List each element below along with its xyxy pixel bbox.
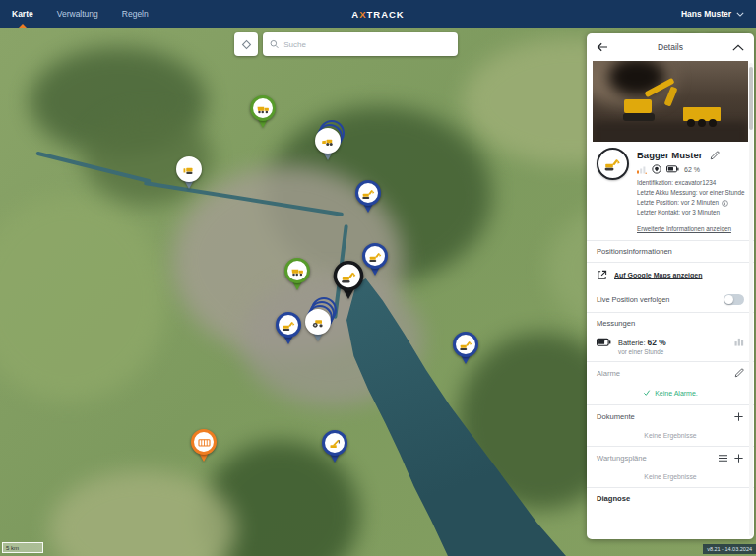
asset-photo xyxy=(593,61,748,142)
battery-icon xyxy=(666,165,679,173)
pin-circle xyxy=(284,258,310,283)
pin-circle xyxy=(355,180,381,206)
panel-header: Details xyxy=(587,33,754,61)
search-icon xyxy=(270,39,279,49)
add-document-button[interactable] xyxy=(733,411,744,422)
plus-icon xyxy=(733,453,744,463)
map-pin-excavator[interactable] xyxy=(355,180,381,213)
collapse-panel-button[interactable] xyxy=(732,44,744,51)
map-pin-container[interactable] xyxy=(191,429,217,462)
no-alarms-note: Keine Alarme. xyxy=(587,384,754,404)
pin-circle xyxy=(176,156,202,182)
meta-identification: Identifikation: excavator1234 xyxy=(637,178,744,188)
info-icon[interactable] xyxy=(722,200,728,207)
map-field-area xyxy=(0,195,167,402)
locate-button[interactable] xyxy=(234,32,258,56)
details-panel: Details Bagger Muster 62 % xyxy=(587,33,754,539)
live-position-toggle[interactable] xyxy=(724,294,744,305)
map-pin-dump-truck[interactable] xyxy=(250,95,276,128)
bar-chart-icon xyxy=(734,338,744,346)
asset-name: Bagger Muster xyxy=(637,150,703,160)
map-pin-bulldozer[interactable] xyxy=(176,156,202,189)
meta-last-contact: Letzter Kontakt: vor 3 Minuten xyxy=(637,208,744,217)
map-pin-excavator[interactable] xyxy=(453,332,478,364)
map-pin-excavator[interactable] xyxy=(362,243,388,276)
section-position-header[interactable]: Positionsinformationen xyxy=(587,240,754,262)
scrollbar-thumb[interactable] xyxy=(749,67,753,130)
signal-strength-icon xyxy=(637,165,647,174)
active-tab-caret xyxy=(19,24,27,28)
pin-circle xyxy=(305,309,331,335)
map-pin-crane[interactable] xyxy=(322,430,347,463)
panel-scrollbar[interactable] xyxy=(749,63,753,536)
asset-avatar xyxy=(597,148,629,180)
pin-circle xyxy=(276,312,301,338)
external-link-icon xyxy=(597,270,607,280)
meta-last-position: Letzte Position: vor 2 Minuten xyxy=(637,198,719,208)
edit-alarms-button[interactable] xyxy=(734,368,744,378)
extended-info-link[interactable]: Erweiterte Informationen anzeigen xyxy=(637,225,731,232)
chevron-down-icon xyxy=(736,12,744,17)
panel-title: Details xyxy=(608,42,732,52)
pencil-icon xyxy=(710,151,720,160)
battery-measurement-row: Batterie: 62 % vor einer Stunde xyxy=(587,334,754,361)
live-position-row: Live Position verfolgen xyxy=(587,287,754,312)
maintenance-empty-note: Keine Ergebnisse xyxy=(587,469,754,487)
meta-last-battery: Letzte Akku Messung: vor einer Stunde xyxy=(637,188,744,198)
pin-circle xyxy=(453,332,478,357)
section-measurements-header[interactable]: Messungen xyxy=(587,312,754,334)
section-documents-header[interactable]: Dokumente xyxy=(587,404,754,428)
battery-percent: 62 % xyxy=(684,166,700,173)
map-pin-wheel-loader[interactable] xyxy=(315,128,341,160)
search-input[interactable] xyxy=(284,40,451,49)
user-name: Hans Muster xyxy=(681,9,731,19)
battery-timestamp: vor einer Stunde xyxy=(618,348,727,355)
documents-empty-note: Keine Ergebnisse xyxy=(587,428,754,446)
pencil-icon xyxy=(734,368,744,378)
pin-circle xyxy=(322,430,347,456)
battery-history-button[interactable] xyxy=(734,338,744,346)
check-icon xyxy=(643,389,651,397)
live-position-label: Live Position verfolgen xyxy=(597,295,669,304)
section-diagnosis-header[interactable]: Diagnose xyxy=(587,487,754,509)
battery-value: 62 % xyxy=(648,338,666,347)
main-nav: Karte Verwaltung Regeln xyxy=(12,0,149,28)
top-navbar: Karte Verwaltung Regeln AXTRACK Hans Mus… xyxy=(0,0,756,28)
list-icon xyxy=(718,454,728,463)
add-maintenance-button[interactable] xyxy=(733,453,744,463)
asset-meta: Identifikation: excavator1234 Letzte Akk… xyxy=(637,178,744,217)
map-pin-excavator-selected[interactable] xyxy=(334,261,364,299)
nav-item-regeln[interactable]: Regeln xyxy=(122,0,149,28)
asset-status-badges: 62 % xyxy=(637,164,744,174)
battery-icon xyxy=(597,338,611,347)
pin-circle xyxy=(362,243,388,269)
map-pin-dump-truck[interactable] xyxy=(284,258,310,290)
excavator-icon xyxy=(603,154,622,173)
asset-summary: Bagger Muster 62 % Identifikation: excav… xyxy=(587,146,754,240)
pin-circle xyxy=(315,128,341,154)
user-menu[interactable]: Hans Muster xyxy=(681,9,744,19)
map-pin-excavator[interactable] xyxy=(276,312,301,344)
edit-name-button[interactable] xyxy=(710,151,720,160)
section-alarms-header[interactable]: Alarme xyxy=(587,361,754,384)
app-logo: AXTRACK xyxy=(351,9,404,20)
section-maintenance-header[interactable]: Wartungspläne xyxy=(587,446,754,469)
pin-circle xyxy=(334,261,364,291)
version-label: v8.21 - 14.03.2024 xyxy=(703,544,756,554)
plus-icon xyxy=(733,411,744,422)
nav-item-karte[interactable]: Karte xyxy=(12,0,33,28)
back-button[interactable] xyxy=(597,42,608,52)
pin-circle xyxy=(250,95,276,121)
chevron-up-icon xyxy=(732,44,744,51)
google-maps-link[interactable]: Auf Google Maps anzeigen xyxy=(587,262,754,287)
map-pin-roller[interactable] xyxy=(305,309,331,341)
diamond-icon xyxy=(240,38,253,51)
maintenance-list-button[interactable] xyxy=(718,454,728,463)
map-search-bar xyxy=(263,32,458,56)
map-scale: 5 km xyxy=(2,542,43,553)
nav-item-verwaltung[interactable]: Verwaltung xyxy=(57,0,98,28)
gps-icon xyxy=(652,164,662,174)
arrow-left-icon xyxy=(597,42,608,52)
pin-circle xyxy=(191,429,217,455)
